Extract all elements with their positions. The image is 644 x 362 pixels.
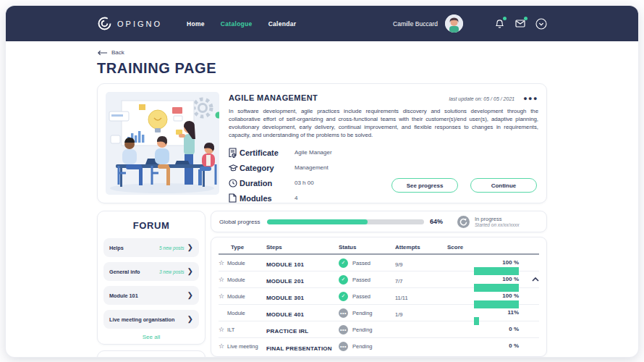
forum-item[interactable]: Module 101 ❯ [103,286,199,305]
status-icon: ✓ [339,275,348,285]
row-score: 0 % [474,326,519,332]
score-indicator: 11% [474,309,519,317]
row-score: 100 % [474,259,519,266]
next-card-partial [97,350,206,357]
modules-icon [229,193,240,203]
certificate-label: Certificate [240,148,295,157]
row-score: 11% [474,309,519,316]
course-illustration [106,92,219,195]
course-card: AGILE MANAGEMENT last update on: 05 / 05… [97,83,547,203]
main-nav: Home Catalogue Calendar [187,20,296,28]
course-info-list: Certificate Agile Manager Category [229,145,538,206]
row-type: Module [227,310,245,316]
global-progress-label: Global progress [219,219,267,225]
chevron-down-icon[interactable] [535,18,547,30]
progress-started-text: Started on xx/xx/xxxx [475,222,519,227]
course-description: In software development, agile practices… [229,107,538,139]
chevron-right-icon: ❯ [187,268,193,275]
avatar[interactable] [445,14,463,33]
row-step: MODULE 401 [266,311,304,318]
header-steps: Steps [266,244,339,251]
info-row-category: Category Management [229,160,538,175]
bell-icon[interactable] [493,18,505,30]
favorite-star-icon[interactable]: ☆ [219,293,224,300]
global-progress-fill [267,219,368,224]
table-row[interactable]: ☆ Module MODULE 101 ✓ Passed 9/9 100 % [219,255,539,272]
app-window: OPIGNO Home Catalogue Calendar Camille B… [6,6,638,357]
forum-item-label: General info [109,269,140,275]
row-step: MODULE 101 [266,261,304,268]
row-type: Module [227,277,245,283]
modules-label: Modules [240,194,295,203]
header-status: Status [339,244,395,251]
row-step: MODULE 301 [266,295,304,301]
duration-value: 03 h 00 [295,180,314,186]
score-indicator: 0 % [474,326,519,334]
header-attempts: Attempts [395,244,437,251]
row-step: MODULE 201 [266,278,304,285]
modules-value: 4 [295,195,297,201]
nav-home[interactable]: Home [187,20,205,28]
status-icon: ✓ [339,292,348,301]
course-title: AGILE MANAGEMENT [229,93,318,102]
category-label: Category [240,164,295,172]
status-icon: ••• [339,325,348,334]
back-arrow-icon [97,50,108,56]
row-status: Pending [352,310,373,316]
last-update: last update on: 05 / 05 / 2021 [449,96,515,101]
brand-name: OPIGNO [117,20,162,28]
top-navbar: OPIGNO Home Catalogue Calendar Camille B… [6,6,638,41]
status-icon: ••• [339,308,348,318]
row-type: Live meeting [227,343,258,350]
row-status: Passed [352,293,370,300]
forum-item[interactable]: Helps 5 new posts ❯ [103,238,199,257]
score-indicator: 0 % [474,342,519,350]
row-status: Passed [352,277,370,283]
nav-calendar[interactable]: Calendar [268,20,297,28]
duration-icon [229,179,240,188]
info-row-modules: Modules 4 [229,190,538,206]
row-step: PRACTICE IRL [266,328,308,334]
forum-card: FORUM Helps 5 new posts ❯ General info 3… [97,211,206,345]
collapse-row-button[interactable] [519,277,539,282]
header-type: Type [219,244,266,251]
score-indicator: 100 % [474,276,519,284]
favorite-star-icon[interactable]: ☆ [219,343,224,350]
bell-notification-dot [503,17,507,20]
row-type: Module [227,293,245,300]
row-score: 100 % [474,292,519,299]
opigno-logo[interactable]: OPIGNO [97,16,162,31]
forum-item[interactable]: Live meeting organisation ❯ [103,310,199,329]
mail-notification-dot [524,17,528,20]
global-progress-bar [267,219,424,224]
header-score: Score [437,244,519,251]
mail-icon[interactable] [514,18,526,30]
status-icon: ✓ [339,258,348,268]
forum-list: Helps 5 new posts ❯ General info 3 new p… [103,238,199,329]
steps-table-card: Type Steps Status Attempts Score ☆ Modul… [211,237,547,357]
in-progress-icon [457,216,470,228]
certificate-value: Agile Manager [295,149,332,156]
favorite-star-icon[interactable]: ☆ [219,260,224,266]
table-body: ☆ Module MODULE 101 ✓ Passed 9/9 100 % ☆… [219,255,539,355]
global-progress-card: Global progress 64% In [211,211,547,232]
forum-see-all-link[interactable]: See all [103,334,199,340]
forum-item-label: Live meeting organisation [109,316,174,323]
forum-item[interactable]: General info 3 new posts ❯ [103,262,199,281]
favorite-star-icon[interactable]: ☆ [219,277,224,283]
nav-catalogue[interactable]: Catalogue [221,20,253,28]
back-label: Back [111,49,124,56]
opigno-logo-icon [97,16,112,31]
more-options-icon[interactable]: ●●● [523,96,538,102]
back-button[interactable]: Back [97,49,547,56]
page-title: TRAINING PAGE [97,60,547,77]
favorite-star-icon[interactable]: ☆ [219,327,224,333]
see-progress-button[interactable]: See progress [391,178,458,193]
continue-button[interactable]: Continue [470,178,537,193]
progress-status-text: In progress [475,216,519,223]
row-type: ILT [227,327,234,333]
certificate-icon [229,148,240,158]
row-score: 0 % [474,342,519,349]
forum-item-badge: 5 new posts [159,245,187,251]
forum-item-label: Module 101 [109,292,138,299]
